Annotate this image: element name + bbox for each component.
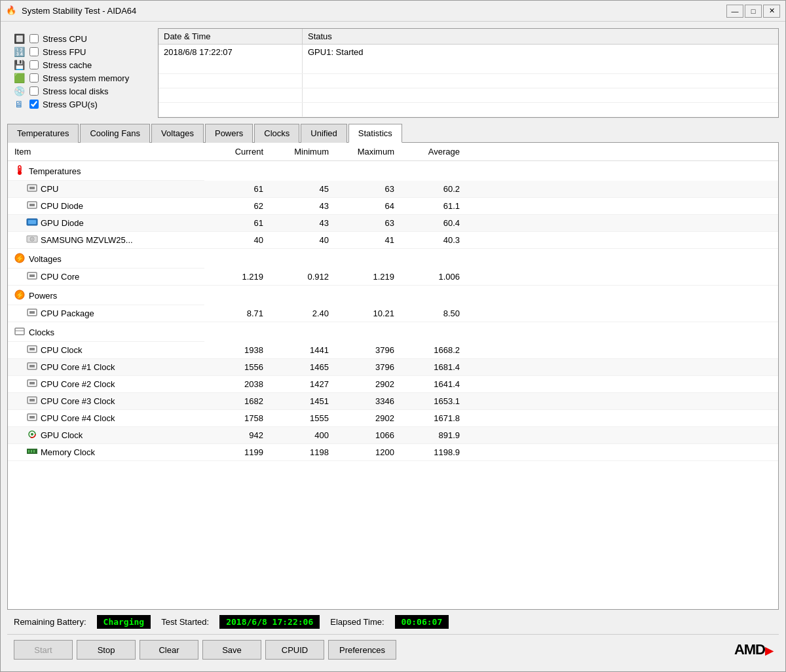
stat-minimum: 1555 xyxy=(270,410,335,427)
col-item: Item xyxy=(8,143,204,161)
stat-minimum: 0.912 xyxy=(270,269,335,286)
stat-maximum: 3796 xyxy=(335,359,401,376)
section-icon-temperatures xyxy=(14,165,25,177)
stop-button[interactable]: Stop xyxy=(77,640,136,660)
tabs-container: Temperatures Cooling Fans Voltages Power… xyxy=(7,123,779,143)
tab-unified[interactable]: Unified xyxy=(301,124,346,143)
stat-item: CPU Core #4 Clock xyxy=(8,410,204,427)
svg-rect-27 xyxy=(29,382,35,384)
stats-row: Memory Clock 1199 1198 1200 1198.9 xyxy=(8,444,778,461)
save-button[interactable]: Save xyxy=(202,640,261,660)
test-started-label: Test Started: xyxy=(161,617,209,627)
clear-button[interactable]: Clear xyxy=(140,640,198,660)
stat-average: 8.50 xyxy=(401,305,466,322)
tab-cooling-fans[interactable]: Cooling Fans xyxy=(80,124,150,143)
tab-temperatures[interactable]: Temperatures xyxy=(7,124,79,143)
stats-row: CPU Core #3 Clock 1682 1451 3346 1653.1 xyxy=(8,393,778,410)
stat-minimum: 1427 xyxy=(270,376,335,393)
svg-rect-29 xyxy=(29,399,35,401)
log-empty-4 xyxy=(159,103,778,117)
tab-clocks[interactable]: Clocks xyxy=(254,124,299,143)
section-header-powers: ⚡ Powers xyxy=(8,286,778,306)
stress-gpu-item: 🖥 Stress GPU(s) xyxy=(12,99,146,109)
stat-maximum: 10.21 xyxy=(335,305,401,322)
stat-current: 40 xyxy=(204,232,270,249)
stat-item: GPU Clock xyxy=(8,427,204,444)
stress-cpu-checkbox[interactable] xyxy=(29,34,39,43)
stat-item: CPU Core #3 Clock xyxy=(8,393,204,410)
cpuid-button[interactable]: CPUID xyxy=(265,640,324,660)
stats-row: CPU Core 1.219 0.912 1.219 1.006 xyxy=(8,269,778,286)
stat-current: 1199 xyxy=(204,444,270,461)
row-icon xyxy=(26,396,38,407)
stress-options-panel: 🔲 Stress CPU 🔢 Stress FPU 💾 Stress cache… xyxy=(7,28,151,118)
col-maximum: Maximum xyxy=(335,143,401,161)
stat-average: 891.9 xyxy=(401,427,466,444)
stat-minimum: 43 xyxy=(270,198,335,215)
stress-gpu-checkbox[interactable] xyxy=(29,100,39,109)
stat-average: 61.1 xyxy=(401,198,466,215)
stat-average: 1681.4 xyxy=(401,359,466,376)
stat-average: 1641.4 xyxy=(401,376,466,393)
stat-average: 1671.8 xyxy=(401,410,466,427)
log-status-0: GPU1: Started xyxy=(303,45,778,60)
col-extra xyxy=(466,143,778,161)
log-empty-3 xyxy=(159,88,778,103)
button-bar: Start Stop Clear Save CPUID Preferences … xyxy=(7,634,779,665)
app-icon: 🔥 xyxy=(6,5,18,17)
svg-point-11 xyxy=(31,238,33,240)
start-button[interactable]: Start xyxy=(14,640,73,660)
svg-rect-19 xyxy=(29,311,35,314)
svg-rect-6 xyxy=(29,204,35,206)
stress-memory-item: 🟩 Stress system memory xyxy=(12,73,146,83)
section-icon-powers: ⚡ xyxy=(14,289,25,302)
tab-voltages[interactable]: Voltages xyxy=(151,124,204,143)
row-icon xyxy=(26,183,38,195)
tab-powers[interactable]: Powers xyxy=(205,124,253,143)
stat-maximum: 3346 xyxy=(335,393,401,410)
stat-minimum: 43 xyxy=(270,215,335,232)
gpu-icon: 🖥 xyxy=(12,99,26,109)
stat-item: CPU Package xyxy=(8,305,204,322)
stat-maximum: 1066 xyxy=(335,427,401,444)
log-panel: Date & Time Status 2018/6/8 17:22:07 GPU… xyxy=(158,28,779,118)
stress-memory-checkbox[interactable] xyxy=(29,73,39,83)
stat-current: 8.71 xyxy=(204,305,270,322)
stat-minimum: 1198 xyxy=(270,444,335,461)
row-icon xyxy=(26,234,38,246)
minimize-button[interactable]: — xyxy=(726,5,743,18)
stat-average: 1668.2 xyxy=(401,342,466,359)
row-icon xyxy=(26,379,38,390)
stress-cache-checkbox[interactable] xyxy=(29,60,39,69)
preferences-button[interactable]: Preferences xyxy=(328,640,396,660)
maximize-button[interactable]: □ xyxy=(745,5,762,18)
stress-disks-checkbox[interactable] xyxy=(29,86,39,96)
row-icon xyxy=(26,430,38,441)
stat-current: 61 xyxy=(204,215,270,232)
elapsed-label: Elapsed Time: xyxy=(330,617,384,627)
main-content: 🔲 Stress CPU 🔢 Stress FPU 💾 Stress cache… xyxy=(1,22,785,671)
battery-label: Remaining Battery: xyxy=(14,617,86,627)
stat-maximum: 63 xyxy=(335,181,401,198)
stats-row: GPU Diode 61 43 63 60.4 xyxy=(8,215,778,232)
svg-rect-23 xyxy=(29,348,35,350)
stress-disks-label: Stress local disks xyxy=(43,86,108,96)
section-header-voltages: ⚡ Voltages xyxy=(8,249,778,269)
cpu-icon: 🔲 xyxy=(12,33,26,44)
stats-row: CPU Clock 1938 1441 3796 1668.2 xyxy=(8,342,778,359)
stats-row: CPU Core #2 Clock 2038 1427 2902 1641.4 xyxy=(8,376,778,393)
stat-current: 1938 xyxy=(204,342,270,359)
section-label-powers: Powers xyxy=(29,291,57,301)
log-status-header: Status xyxy=(303,29,778,44)
stat-minimum: 2.40 xyxy=(270,305,335,322)
tab-statistics[interactable]: Statistics xyxy=(348,124,402,143)
stat-maximum: 64 xyxy=(335,198,401,215)
stress-gpu-label: Stress GPU(s) xyxy=(43,100,98,109)
stat-maximum: 3796 xyxy=(335,342,401,359)
close-button[interactable]: ✕ xyxy=(763,5,780,18)
stat-item: Memory Clock xyxy=(8,444,204,461)
ram-icon: 🟩 xyxy=(12,73,26,83)
stat-average: 1.006 xyxy=(401,269,466,286)
stress-fpu-checkbox[interactable] xyxy=(29,47,39,56)
log-row-0: 2018/6/8 17:22:07 GPU1: Started xyxy=(159,45,778,60)
